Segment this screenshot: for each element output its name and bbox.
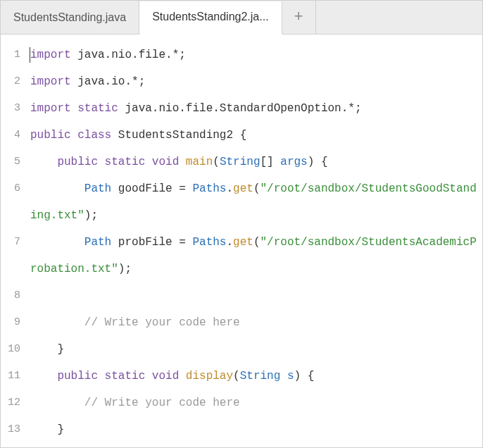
method-name: get — [233, 236, 253, 249]
indent — [30, 370, 57, 382]
code-line: Path probFile = Paths.get("/root/sandbox… — [30, 229, 482, 282]
line-number: 10 — [1, 336, 26, 363]
line-number: 12 — [1, 390, 26, 416]
paren: ( — [213, 156, 220, 168]
keyword: import — [30, 75, 71, 88]
line-number: 13 — [1, 416, 26, 443]
indent — [30, 343, 57, 356]
tab-inactive[interactable]: StudentsStanding.java — [1, 1, 139, 34]
code-line: import java.nio.file.*; — [30, 42, 482, 68]
code-content[interactable]: import java.nio.file.*; import java.io.*… — [26, 42, 482, 447]
keyword: class — [71, 129, 112, 142]
dot: . — [226, 182, 233, 195]
indent — [30, 397, 84, 409]
code-editor: StudentsStanding.java StudentsStanding2.… — [0, 0, 483, 448]
keyword: void — [145, 370, 179, 382]
code-line: public class StudentsStanding2 { — [30, 122, 482, 149]
type: Paths — [192, 182, 226, 195]
semicolon: ; — [355, 102, 362, 115]
code-line: } — [30, 443, 482, 447]
keyword: import — [30, 49, 71, 61]
operator: = — [179, 182, 192, 195]
semicolon: ; — [179, 49, 186, 61]
method-name: display — [179, 370, 233, 382]
comment: // Write your code here — [84, 397, 240, 409]
code-line: // Write your code here — [30, 309, 482, 336]
line-number: 7 — [1, 229, 26, 282]
paren: ) { — [308, 156, 328, 168]
package: java.nio.file. — [71, 49, 172, 61]
package: java.io. — [71, 75, 132, 88]
star: * — [172, 49, 180, 61]
class-name: StudentsStanding2 — [111, 129, 239, 142]
comment: // Write your code here — [84, 316, 240, 329]
variable: probFile — [111, 236, 179, 249]
brace: { — [240, 129, 247, 142]
type: String — [220, 156, 261, 168]
line-number: 6 — [1, 175, 26, 229]
code-area[interactable]: 1 2 3 4 5 6 7 8 9 10 11 12 13 14 15 impo… — [1, 35, 482, 447]
paren: ( — [233, 370, 240, 382]
indent — [30, 236, 84, 249]
indent — [30, 156, 57, 168]
keyword: import — [30, 102, 71, 115]
type: Paths — [192, 236, 226, 249]
new-tab-button[interactable]: + — [282, 1, 316, 34]
star: * — [132, 75, 139, 88]
code-line: } — [30, 416, 482, 443]
brace: } — [57, 423, 64, 436]
method-name: get — [233, 182, 253, 195]
type: Path — [84, 236, 111, 249]
brackets: [] — [260, 156, 280, 168]
dot: . — [226, 236, 233, 249]
keyword: void — [145, 156, 179, 168]
keyword: public — [30, 129, 71, 142]
keyword: static — [71, 102, 118, 115]
code-line: Path goodFile = Paths.get("/root/sandbox… — [30, 175, 482, 229]
keyword: public — [57, 370, 98, 382]
type: String — [240, 370, 281, 382]
method-name: main — [179, 156, 213, 168]
param: args — [280, 156, 307, 168]
line-gutter: 1 2 3 4 5 6 7 8 9 10 11 12 13 14 15 — [1, 42, 26, 447]
param: s — [280, 370, 294, 382]
tab-bar: StudentsStanding.java StudentsStanding2.… — [1, 1, 482, 35]
paren: ) { — [294, 370, 314, 382]
line-number: 5 — [1, 149, 26, 175]
code-line: } — [30, 336, 482, 363]
paren: ); — [118, 263, 132, 275]
line-number: 14 — [1, 443, 26, 447]
star: * — [348, 102, 355, 115]
keyword: public — [57, 156, 98, 168]
code-line: public static void display(String s) { — [30, 363, 482, 390]
tab-active[interactable]: StudentsStanding2.ja... — [139, 1, 282, 35]
line-number: 2 — [1, 68, 26, 95]
keyword: static — [98, 370, 145, 382]
line-number: 3 — [1, 95, 26, 122]
brace: } — [57, 343, 64, 356]
code-line — [30, 282, 482, 309]
line-number: 11 — [1, 363, 26, 390]
semicolon: ; — [139, 75, 146, 88]
indent — [30, 316, 84, 329]
operator: = — [179, 236, 192, 249]
package: java.nio.file.StandardOpenOption. — [118, 102, 348, 115]
code-line: public static void main(String[] args) { — [30, 149, 482, 175]
line-number: 4 — [1, 122, 26, 149]
paren: ); — [84, 209, 98, 222]
indent — [30, 423, 57, 436]
type: Path — [84, 182, 111, 195]
variable: goodFile — [111, 182, 179, 195]
indent — [30, 182, 84, 195]
code-line: import java.io.*; — [30, 68, 482, 95]
line-number: 9 — [1, 309, 26, 336]
keyword: static — [98, 156, 145, 168]
code-line: import static java.nio.file.StandardOpen… — [30, 95, 482, 122]
code-line: // Write your code here — [30, 390, 482, 416]
line-number: 8 — [1, 282, 26, 309]
line-number: 1 — [1, 42, 26, 68]
